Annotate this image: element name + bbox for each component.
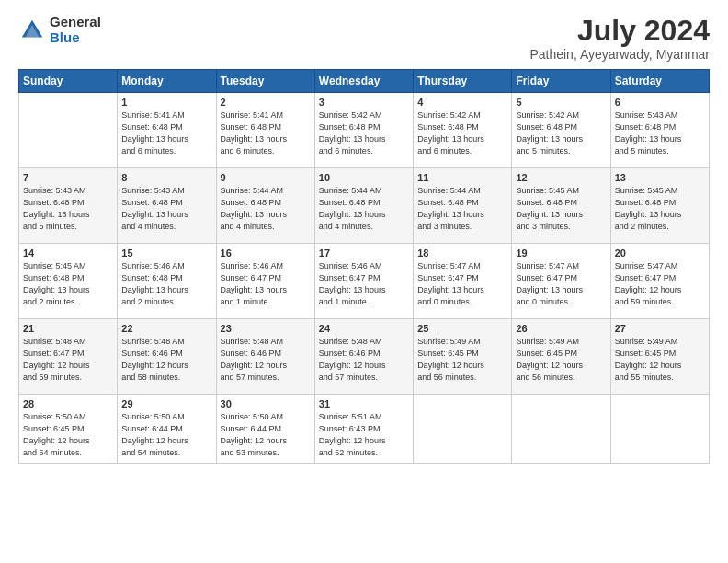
logo-blue: Blue: [50, 30, 101, 46]
day-number: 13: [615, 172, 705, 183]
day-number: 5: [516, 97, 606, 108]
day-info: Sunrise: 5:45 AMSunset: 6:48 PMDaylight:…: [23, 260, 113, 308]
day-number: 27: [615, 323, 705, 334]
day-info: Sunrise: 5:44 AMSunset: 6:48 PMDaylight:…: [417, 185, 507, 233]
calendar-cell: 1Sunrise: 5:41 AMSunset: 6:48 PMDaylight…: [118, 93, 216, 168]
day-number: 4: [417, 97, 507, 108]
day-number: 21: [23, 323, 113, 334]
day-info: Sunrise: 5:48 AMSunset: 6:46 PMDaylight:…: [121, 336, 211, 384]
logo-icon: [18, 17, 46, 44]
calendar-week-3: 14Sunrise: 5:45 AMSunset: 6:48 PMDayligh…: [19, 244, 710, 319]
day-info: Sunrise: 5:49 AMSunset: 6:45 PMDaylight:…: [615, 336, 705, 384]
col-tuesday: Tuesday: [216, 70, 314, 93]
day-info: Sunrise: 5:48 AMSunset: 6:47 PMDaylight:…: [23, 336, 113, 384]
calendar-cell: 17Sunrise: 5:46 AMSunset: 6:47 PMDayligh…: [314, 244, 413, 319]
day-info: Sunrise: 5:45 AMSunset: 6:48 PMDaylight:…: [516, 185, 606, 233]
calendar-cell: [512, 395, 610, 464]
subtitle: Pathein, Ayeyarwady, Myanmar: [529, 47, 710, 62]
calendar-cell: 7Sunrise: 5:43 AMSunset: 6:48 PMDaylight…: [19, 168, 118, 244]
day-info: Sunrise: 5:41 AMSunset: 6:48 PMDaylight:…: [221, 109, 311, 157]
day-number: 9: [221, 172, 311, 183]
day-number: 23: [221, 323, 311, 334]
calendar-cell: 23Sunrise: 5:48 AMSunset: 6:46 PMDayligh…: [216, 319, 314, 395]
col-saturday: Saturday: [610, 70, 709, 93]
page: General Blue July 2024 Pathein, Ayeyarwa…: [0, 0, 728, 563]
day-number: 15: [121, 247, 211, 259]
calendar-cell: 21Sunrise: 5:48 AMSunset: 6:47 PMDayligh…: [19, 319, 118, 395]
day-info: Sunrise: 5:41 AMSunset: 6:48 PMDaylight:…: [121, 109, 211, 157]
day-info: Sunrise: 5:47 AMSunset: 6:47 PMDaylight:…: [615, 260, 705, 308]
day-info: Sunrise: 5:49 AMSunset: 6:45 PMDaylight:…: [516, 336, 606, 384]
day-number: 19: [516, 247, 606, 259]
calendar-cell: 19Sunrise: 5:47 AMSunset: 6:47 PMDayligh…: [512, 244, 610, 319]
day-number: 31: [319, 398, 409, 409]
day-info: Sunrise: 5:48 AMSunset: 6:46 PMDaylight:…: [319, 336, 409, 384]
calendar-cell: 30Sunrise: 5:50 AMSunset: 6:44 PMDayligh…: [216, 395, 314, 464]
calendar-week-5: 28Sunrise: 5:50 AMSunset: 6:45 PMDayligh…: [19, 395, 710, 464]
calendar-cell: 26Sunrise: 5:49 AMSunset: 6:45 PMDayligh…: [512, 319, 610, 395]
day-number: 8: [121, 172, 211, 183]
day-info: Sunrise: 5:43 AMSunset: 6:48 PMDaylight:…: [23, 185, 113, 233]
calendar-cell: 27Sunrise: 5:49 AMSunset: 6:45 PMDayligh…: [610, 319, 709, 395]
calendar-table: Sunday Monday Tuesday Wednesday Thursday…: [18, 69, 710, 464]
calendar-cell: 3Sunrise: 5:42 AMSunset: 6:48 PMDaylight…: [314, 93, 413, 168]
calendar-cell: 18Sunrise: 5:47 AMSunset: 6:47 PMDayligh…: [414, 244, 512, 319]
calendar-cell: 28Sunrise: 5:50 AMSunset: 6:45 PMDayligh…: [19, 395, 118, 464]
col-monday: Monday: [118, 70, 216, 93]
day-number: 17: [319, 247, 409, 259]
day-info: Sunrise: 5:50 AMSunset: 6:44 PMDaylight:…: [121, 411, 211, 459]
col-sunday: Sunday: [19, 70, 118, 93]
day-info: Sunrise: 5:51 AMSunset: 6:43 PMDaylight:…: [319, 411, 409, 459]
day-number: 28: [23, 398, 113, 409]
calendar-cell: 12Sunrise: 5:45 AMSunset: 6:48 PMDayligh…: [512, 168, 610, 244]
day-number: 14: [23, 247, 113, 259]
calendar-header: Sunday Monday Tuesday Wednesday Thursday…: [19, 70, 710, 93]
day-info: Sunrise: 5:47 AMSunset: 6:47 PMDaylight:…: [516, 260, 606, 308]
calendar-cell: 4Sunrise: 5:42 AMSunset: 6:48 PMDaylight…: [414, 93, 512, 168]
day-number: 29: [121, 398, 211, 409]
day-info: Sunrise: 5:42 AMSunset: 6:48 PMDaylight:…: [417, 109, 507, 157]
day-info: Sunrise: 5:43 AMSunset: 6:48 PMDaylight:…: [615, 109, 705, 157]
main-title: July 2024: [529, 15, 710, 47]
day-number: 20: [615, 247, 705, 259]
calendar-cell: 11Sunrise: 5:44 AMSunset: 6:48 PMDayligh…: [414, 168, 512, 244]
calendar-cell: 15Sunrise: 5:46 AMSunset: 6:48 PMDayligh…: [118, 244, 216, 319]
calendar-cell: 31Sunrise: 5:51 AMSunset: 6:43 PMDayligh…: [314, 395, 413, 464]
col-friday: Friday: [512, 70, 610, 93]
calendar-cell: 24Sunrise: 5:48 AMSunset: 6:46 PMDayligh…: [314, 319, 413, 395]
day-number: 11: [417, 172, 507, 183]
day-info: Sunrise: 5:50 AMSunset: 6:44 PMDaylight:…: [221, 411, 311, 459]
calendar-week-2: 7Sunrise: 5:43 AMSunset: 6:48 PMDaylight…: [19, 168, 710, 244]
logo-text: General Blue: [50, 15, 101, 45]
day-number: 26: [516, 323, 606, 334]
calendar-cell: [414, 395, 512, 464]
calendar-cell: 9Sunrise: 5:44 AMSunset: 6:48 PMDaylight…: [216, 168, 314, 244]
day-info: Sunrise: 5:42 AMSunset: 6:48 PMDaylight:…: [516, 109, 606, 157]
day-info: Sunrise: 5:50 AMSunset: 6:45 PMDaylight:…: [23, 411, 113, 459]
calendar-cell: 2Sunrise: 5:41 AMSunset: 6:48 PMDaylight…: [216, 93, 314, 168]
day-number: 2: [221, 97, 311, 108]
calendar-cell: [610, 395, 709, 464]
calendar-cell: 6Sunrise: 5:43 AMSunset: 6:48 PMDaylight…: [610, 93, 709, 168]
day-number: 3: [319, 97, 409, 108]
calendar-cell: 8Sunrise: 5:43 AMSunset: 6:48 PMDaylight…: [118, 168, 216, 244]
day-number: 22: [121, 323, 211, 334]
col-thursday: Thursday: [414, 70, 512, 93]
calendar-week-1: 1Sunrise: 5:41 AMSunset: 6:48 PMDaylight…: [19, 93, 710, 168]
day-number: 6: [615, 97, 705, 108]
day-number: 12: [516, 172, 606, 183]
day-number: 16: [221, 247, 311, 259]
day-number: 7: [23, 172, 113, 183]
calendar-body: 1Sunrise: 5:41 AMSunset: 6:48 PMDaylight…: [19, 93, 710, 464]
day-info: Sunrise: 5:46 AMSunset: 6:47 PMDaylight:…: [221, 260, 311, 308]
header: General Blue July 2024 Pathein, Ayeyarwa…: [18, 15, 710, 62]
logo-general: General: [50, 15, 101, 30]
calendar-cell: 22Sunrise: 5:48 AMSunset: 6:46 PMDayligh…: [118, 319, 216, 395]
day-info: Sunrise: 5:45 AMSunset: 6:48 PMDaylight:…: [615, 185, 705, 233]
day-info: Sunrise: 5:48 AMSunset: 6:46 PMDaylight:…: [221, 336, 311, 384]
calendar-cell: 13Sunrise: 5:45 AMSunset: 6:48 PMDayligh…: [610, 168, 709, 244]
day-number: 18: [417, 247, 507, 259]
col-wednesday: Wednesday: [314, 70, 413, 93]
calendar-cell: 20Sunrise: 5:47 AMSunset: 6:47 PMDayligh…: [610, 244, 709, 319]
day-info: Sunrise: 5:46 AMSunset: 6:48 PMDaylight:…: [121, 260, 211, 308]
